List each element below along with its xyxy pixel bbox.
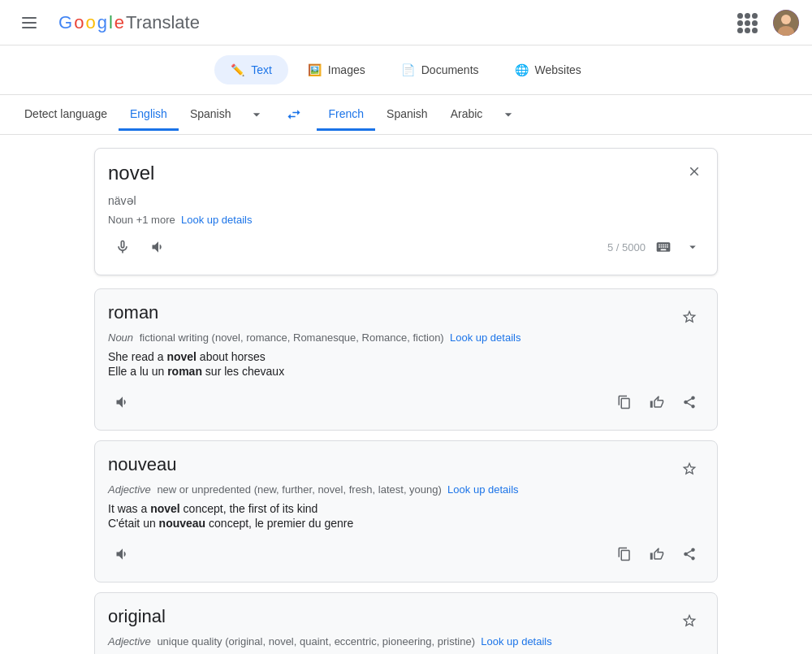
grid-icon — [737, 13, 757, 32]
speaker-nouveau-button[interactable] — [108, 539, 137, 569]
share-icon-2 — [682, 547, 697, 561]
translation-card-roman: roman Noun fictional writing (novel, rom… — [94, 288, 718, 431]
feedback-nouveau-button[interactable] — [642, 539, 672, 569]
source-lang-group: Detect language English Spanish — [13, 99, 271, 130]
bold-en-roman: novel — [166, 350, 197, 363]
translation-word-original: original — [108, 606, 166, 627]
input-actions: 5 / 5000 — [108, 232, 704, 262]
copy-icon — [617, 395, 632, 409]
svg-rect-2 — [22, 27, 37, 28]
images-icon: 🖼️ — [308, 63, 322, 76]
avatar[interactable] — [773, 10, 799, 36]
card-right-actions-nouveau — [610, 539, 704, 569]
copy-roman-button[interactable] — [610, 388, 639, 417]
keyboard-button[interactable] — [652, 236, 675, 258]
detect-language-button[interactable]: Detect language — [13, 99, 119, 131]
bold-en-nouveau: novel — [150, 502, 180, 515]
translation-card-nouveau: nouveau Adjective new or unpredented (ne… — [94, 440, 718, 583]
chevron-down-icon — [248, 106, 265, 123]
google-apps-button[interactable] — [731, 6, 763, 39]
header: Google Translate — [0, 0, 812, 45]
lookup-details-nouveau[interactable]: Look up details — [447, 483, 518, 496]
star-nouveau-button[interactable] — [675, 454, 704, 483]
spanish-target-button[interactable]: Spanish — [375, 99, 439, 131]
star-icon — [681, 309, 698, 325]
input-phonetic: nävəl — [108, 194, 704, 207]
example-en-nouveau: It was a novel concept, the first of its… — [108, 502, 704, 515]
bold-fr-nouveau: nouveau — [159, 517, 206, 530]
char-count: 5 / 5000 — [607, 241, 646, 253]
tab-documents[interactable]: 📄 Documents — [385, 55, 495, 84]
tab-websites[interactable]: 🌐 Websites — [499, 55, 598, 84]
more-options-button[interactable] — [681, 236, 704, 258]
svg-rect-0 — [22, 17, 37, 19]
share-icon — [682, 395, 697, 409]
websites-icon: 🌐 — [515, 63, 529, 76]
swap-icon — [286, 106, 302, 123]
tab-text-label: Text — [251, 63, 272, 76]
input-box: novel nävəl Noun +1 more Look up details… — [94, 148, 718, 275]
example-fr-nouveau: C'était un nouveau concept, le premier d… — [108, 517, 704, 530]
copy-nouveau-button[interactable] — [610, 539, 639, 569]
hamburger-icon — [22, 17, 37, 28]
speaker-roman-button[interactable] — [108, 388, 137, 417]
target-lang-more-button[interactable] — [494, 100, 523, 129]
translation-pos-original: Adjective unique quality (original, nove… — [108, 635, 704, 648]
speaker-button[interactable] — [144, 232, 173, 262]
chevron-down-icon-2 — [500, 106, 516, 123]
volume-icon — [150, 239, 166, 255]
feedback-roman-button[interactable] — [642, 388, 672, 417]
thumbs-icon — [650, 395, 664, 409]
app-logo: Google Translate — [58, 12, 200, 33]
lookup-details-link-input[interactable]: Look up details — [181, 214, 252, 226]
arabic-target-button[interactable]: Arabic — [439, 99, 495, 131]
chevron-down-icon-3 — [685, 240, 700, 254]
microphone-button[interactable] — [108, 232, 137, 262]
card-right-actions-roman — [610, 388, 704, 417]
copy-icon-2 — [617, 547, 632, 561]
mode-tabs: ✏️ Text 🖼️ Images 📄 Documents 🌐 Websites — [0, 45, 812, 95]
tab-websites-label: Websites — [535, 63, 581, 76]
header-right — [731, 6, 799, 39]
swap-languages-button[interactable] — [278, 98, 310, 131]
tab-text[interactable]: ✏️ Text — [214, 55, 288, 84]
tab-images[interactable]: 🖼️ Images — [292, 55, 382, 84]
share-nouveau-button[interactable] — [675, 539, 704, 569]
english-source-button[interactable]: English — [119, 99, 179, 131]
translation-pos-nouveau: Adjective new or unpredented (new, furth… — [108, 483, 704, 496]
language-selector: Detect language English Spanish French S… — [0, 95, 812, 135]
example-en-roman: She read a novel about horses — [108, 350, 704, 363]
star-roman-button[interactable] — [675, 302, 704, 331]
input-left-actions — [108, 232, 173, 262]
hamburger-menu-button[interactable] — [13, 6, 45, 39]
volume-icon-roman — [114, 394, 131, 410]
bold-fr-roman: roman — [167, 365, 202, 378]
card-actions-roman — [108, 388, 704, 417]
star-original-button[interactable] — [675, 606, 704, 635]
lookup-details-original[interactable]: Look up details — [481, 635, 551, 648]
thumbs-icon-2 — [650, 547, 664, 561]
french-target-button[interactable]: French — [317, 99, 375, 131]
translation-word-nouveau: nouveau — [108, 454, 176, 475]
avatar-icon — [773, 10, 799, 36]
translation-card-original: original Adjective unique quality (origi… — [94, 592, 718, 654]
share-roman-button[interactable] — [675, 388, 704, 417]
star-icon-2 — [681, 461, 698, 477]
lookup-details-roman[interactable]: Look up details — [450, 331, 520, 344]
close-icon — [687, 164, 702, 179]
volume-icon-nouveau — [114, 546, 131, 562]
tab-images-label: Images — [328, 63, 365, 76]
svg-point-4 — [781, 15, 791, 24]
tab-documents-label: Documents — [421, 63, 479, 76]
text-icon: ✏️ — [231, 63, 244, 76]
input-meta: Noun +1 more Look up details — [108, 214, 704, 226]
source-lang-more-button[interactable] — [242, 100, 271, 129]
header-left: Google Translate — [13, 6, 200, 39]
mic-icon — [114, 239, 131, 255]
card-actions-nouveau — [108, 539, 704, 569]
keyboard-icon — [655, 239, 672, 255]
spanish-source-button[interactable]: Spanish — [179, 99, 243, 131]
input-text[interactable]: novel — [108, 162, 704, 191]
clear-button[interactable] — [681, 158, 707, 184]
input-right-meta: 5 / 5000 — [607, 236, 704, 258]
